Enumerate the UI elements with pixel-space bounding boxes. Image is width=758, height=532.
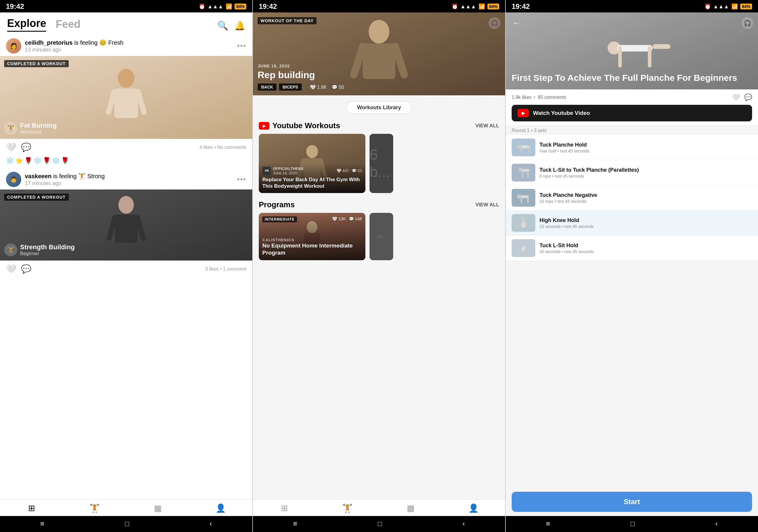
- back-button[interactable]: ←: [510, 17, 522, 29]
- search-icon[interactable]: 🔍: [217, 20, 228, 31]
- back-icon-2[interactable]: ‹: [463, 519, 465, 528]
- home-icon-2[interactable]: □: [378, 519, 382, 528]
- programs-section: Programs VIEW ALL IN: [253, 193, 505, 260]
- yt-view-all[interactable]: VIEW ALL: [475, 123, 499, 129]
- action-stats-1: 4 likes • No comments: [199, 145, 246, 150]
- svg-line-11: [395, 47, 404, 75]
- exercise-meta-5: 20 seconds • rest 45 seconds: [539, 249, 752, 254]
- video-card-1[interactable]: ✕N OFFICIALTHENX June 14, 2020 🤍 447 💬 5…: [259, 134, 365, 193]
- channel-info-1: OFFICIALTHENX June 14, 2020: [273, 166, 303, 175]
- tab-stats-icon[interactable]: ▦: [126, 503, 189, 513]
- tab-stats-2[interactable]: ▦: [379, 503, 442, 513]
- post-1: 👩 ceilidh_pretorius is feeling 😊 Fresh 1…: [0, 34, 252, 168]
- workout-text-2: Strength Building Beginner: [20, 243, 75, 256]
- video-likes-row: 1.9k likes • 85 comments 🤍 💬: [512, 93, 752, 101]
- tab-explore-2[interactable]: ⊞: [253, 503, 316, 513]
- like-icon[interactable]: 🤍: [732, 93, 740, 101]
- status-icons-3: ⏰ ▲▲▲ 📶 84%: [705, 3, 752, 10]
- library-button[interactable]: Workouts Library: [346, 101, 412, 114]
- tab-explore[interactable]: Explore: [7, 17, 46, 32]
- comment-btn-2[interactable]: 💬: [21, 264, 31, 274]
- audio-button[interactable]: 🎧: [741, 17, 753, 29]
- exercise-item-2[interactable]: Tuck L-Sit to Tuck Planche (Parallettes)…: [506, 160, 758, 185]
- svg-line-2: [108, 91, 114, 112]
- post-actions-1: 🤍 💬 4 likes • No comments: [0, 139, 252, 156]
- hamburger-icon-2[interactable]: ≡: [293, 519, 297, 528]
- exercise-thumb-5: [512, 239, 535, 257]
- svg-rect-1: [114, 88, 138, 118]
- video-hero: ← 🎧 First Step To Achieve The Full Planc…: [506, 13, 758, 89]
- home-icon-3[interactable]: □: [631, 519, 635, 528]
- hero-tag-2[interactable]: BICEPS: [279, 83, 301, 90]
- svg-rect-22: [653, 44, 671, 49]
- phone-video: 19:42 ⏰ ▲▲▲ 📶 84%: [505, 0, 758, 532]
- exercise-item-4[interactable]: High Knee Hold 15 seconds • rest 45 seco…: [506, 211, 758, 236]
- workouts-content: WORKOUT OF THE DAY 🎧 JUNE 18, 2020 Rep b…: [253, 13, 505, 499]
- post-badge-2: COMPLETED A WORKOUT: [4, 194, 69, 201]
- avatar-2[interactable]: 👨: [6, 172, 21, 187]
- video-hero-title: First Step To Achieve The Full Planche F…: [512, 72, 752, 83]
- workout-level-2: Beginner: [20, 251, 75, 256]
- yt-section-title: Youtube Workouts: [272, 121, 340, 130]
- svg-point-39: [521, 243, 526, 247]
- tab-workout-icon[interactable]: 🏋: [63, 503, 126, 513]
- home-icon[interactable]: □: [125, 519, 129, 528]
- status-bar-2: 19:42 ⏰ ▲▲▲ 📶 84%: [253, 0, 505, 13]
- round-info: Round 1 • 3 sets: [506, 125, 758, 135]
- more-options-2[interactable]: •••: [237, 175, 246, 183]
- exercise-meta-1: max hold • rest 45 seconds: [539, 149, 752, 153]
- tab-workout-2[interactable]: 🏋: [316, 503, 379, 513]
- username-1[interactable]: ceilidh_pretorius: [25, 39, 73, 46]
- exercise-thumb-bg-3: [512, 189, 535, 207]
- video-card-2[interactable]: 6 b...: [369, 134, 393, 193]
- exercise-item-1[interactable]: Tuck Planche Hold max hold • rest 45 sec…: [506, 135, 758, 160]
- hero-tag-1[interactable]: BACK: [258, 83, 277, 90]
- avatar-1[interactable]: 👩: [6, 38, 21, 53]
- phone-workouts: 19:42 ⏰ ▲▲▲ 📶 84% WORKOUT OF: [252, 0, 505, 532]
- username-2[interactable]: vaskeeen: [25, 173, 52, 180]
- video-details: 1.9k likes • 85 comments 🤍 💬 ▶ Watch You…: [506, 89, 758, 125]
- watch-youtube-button[interactable]: ▶ Watch Youtube Video: [512, 105, 752, 121]
- header-icons: 🔍 🔔: [217, 20, 245, 31]
- workout-icon-2: 🏋️: [4, 243, 17, 256]
- comment-btn-1[interactable]: 💬: [21, 142, 31, 152]
- comment-icon[interactable]: 💬: [744, 93, 752, 101]
- post-time-2: 17 minutes ago: [25, 180, 234, 186]
- program-card-1[interactable]: INTERMEDIATE 🤍 13K 💬 148 CALISTHENICS No…: [259, 213, 365, 260]
- program-card-2[interactable]: No...: [369, 213, 393, 260]
- exercise-item-3[interactable]: Tuck Planche Negative 10 reps • rest 45 …: [506, 185, 758, 211]
- explore-header: Explore Feed 🔍 🔔: [0, 13, 252, 34]
- tab-feed[interactable]: Feed: [56, 18, 81, 32]
- workouts-scroll: Workouts Library ▶ Youtube Workouts VIEW…: [253, 95, 505, 499]
- program-cards: INTERMEDIATE 🤍 13K 💬 148 CALISTHENICS No…: [253, 213, 505, 260]
- status-bar-1: 19:42 ⏰ ▲▲▲ 📶 84%: [0, 0, 252, 13]
- username-row-2: vaskeeen is feeling 🏋️ Strong: [25, 173, 234, 180]
- audio-btn[interactable]: 🎧: [489, 17, 500, 29]
- video-card-bg-2: 6 b...: [369, 134, 393, 193]
- video-card-overlay-1: ✕N OFFICIALTHENX June 14, 2020 🤍 447 💬 5…: [259, 163, 365, 193]
- back-icon[interactable]: ‹: [210, 519, 212, 528]
- hamburger-icon-3[interactable]: ≡: [546, 519, 550, 528]
- bell-icon[interactable]: 🔔: [234, 20, 245, 31]
- like-btn-1[interactable]: 🤍: [6, 142, 16, 152]
- hamburger-icon[interactable]: ≡: [40, 519, 45, 528]
- start-button[interactable]: Start: [512, 492, 752, 512]
- like-btn-2[interactable]: 🤍: [6, 264, 16, 274]
- library-btn-row: Workouts Library: [253, 95, 505, 119]
- video-action-icons: 🤍 💬: [732, 93, 752, 101]
- exercise-item-5[interactable]: Tuck L-Sit Hold 20 seconds • rest 45 sec…: [506, 236, 758, 261]
- back-icon-3[interactable]: ‹: [715, 519, 718, 528]
- tab-profile-icon[interactable]: 👤: [189, 503, 252, 513]
- programs-view-all[interactable]: VIEW ALL: [475, 202, 499, 208]
- svg-rect-9: [363, 44, 395, 79]
- more-options-1[interactable]: •••: [237, 42, 246, 50]
- tab-profile-2[interactable]: 👤: [442, 503, 505, 513]
- svg-point-31: [517, 194, 521, 199]
- program-badge-1: INTERMEDIATE: [262, 216, 297, 222]
- exercise-thumb-4: [512, 214, 535, 232]
- program-card-bg-2: No...: [369, 213, 393, 260]
- wifi-icon-2: 📶: [478, 3, 485, 10]
- exercise-thumb-bg-1: [512, 139, 535, 156]
- tab-explore-icon[interactable]: ⊞: [0, 503, 63, 513]
- hero-title: Rep building: [258, 70, 344, 81]
